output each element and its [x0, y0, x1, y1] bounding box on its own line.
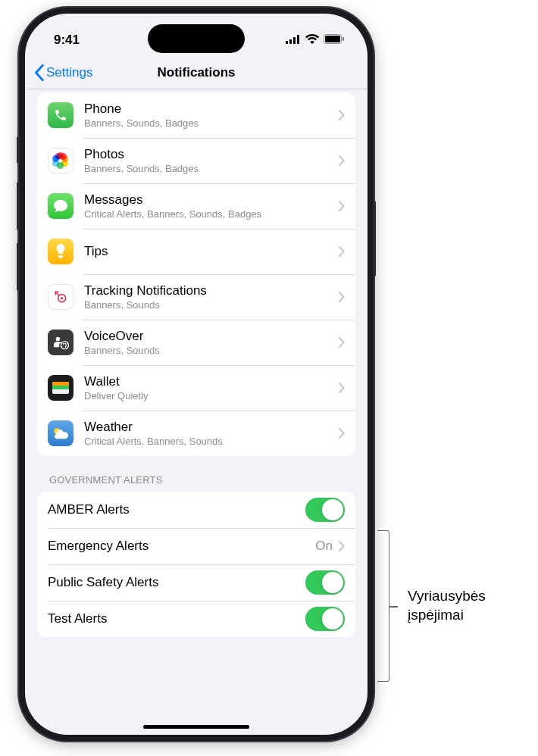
app-title: Wallet	[84, 374, 339, 389]
app-row-wallet[interactable]: WalletDeliver Quietly	[37, 365, 355, 411]
battery-icon	[324, 33, 345, 48]
section-header-government-alerts: Government Alerts	[37, 456, 355, 492]
app-subtitle: Banners, Sounds	[84, 299, 339, 311]
app-subtitle: Critical Alerts, Banners, Sounds, Badges	[84, 208, 339, 220]
app-subtitle: Deliver Quietly	[84, 390, 339, 401]
chevron-right-icon	[339, 337, 345, 348]
app-title: Photos	[84, 147, 339, 162]
volume-down-button[interactable]	[17, 242, 20, 291]
callout-label: Vyriausybės įspėjimai	[408, 587, 486, 624]
svg-rect-1	[289, 39, 292, 44]
chevron-right-icon	[339, 541, 345, 551]
wifi-icon	[305, 33, 319, 48]
toggle-switch[interactable]	[305, 498, 345, 522]
chevron-right-icon	[339, 246, 345, 257]
svg-rect-6	[343, 37, 344, 41]
volume-up-button[interactable]	[17, 182, 20, 230]
voiceover-icon	[48, 330, 74, 355]
app-title: VoiceOver	[84, 329, 339, 344]
wallet-icon	[48, 375, 74, 401]
tips-icon	[48, 239, 74, 264]
power-button[interactable]	[373, 201, 376, 276]
phone-icon	[48, 102, 74, 128]
app-row-tracking-notifications[interactable]: Tracking NotificationsBanners, Sounds	[37, 274, 355, 320]
weather-icon	[48, 420, 74, 446]
row-value: On	[315, 539, 333, 554]
gov-row-test-alerts[interactable]: Test Alerts	[37, 601, 355, 637]
page-title: Notifications	[158, 65, 236, 80]
gov-row-emergency-alerts[interactable]: Emergency AlertsOn	[37, 528, 355, 564]
app-row-weather[interactable]: WeatherCritical Alerts, Banners, Sounds	[37, 411, 355, 456]
svg-rect-2	[293, 37, 296, 44]
svg-rect-3	[297, 35, 299, 44]
status-time: 9:41	[54, 33, 80, 48]
svg-point-13	[61, 342, 68, 349]
dynamic-island	[148, 24, 245, 53]
chevron-right-icon	[339, 155, 345, 166]
svg-rect-0	[286, 41, 288, 44]
home-indicator[interactable]	[143, 725, 249, 729]
app-subtitle: Critical Alerts, Banners, Sounds	[84, 436, 339, 447]
screen: 9:41 Settings Notifications PhoneB	[25, 14, 368, 735]
back-label: Settings	[46, 65, 92, 80]
row-label: Test Alerts	[48, 611, 305, 626]
messages-icon	[48, 193, 74, 219]
chevron-right-icon	[339, 383, 345, 393]
app-subtitle: Banners, Sounds, Badges	[84, 163, 339, 174]
row-label: AMBER Alerts	[48, 502, 305, 517]
nav-bar: Settings Notifications	[25, 56, 368, 89]
svg-point-14	[63, 343, 64, 345]
chevron-right-icon	[339, 292, 345, 302]
phone-frame: 9:41 Settings Notifications PhoneB	[19, 8, 374, 741]
app-subtitle: Banners, Sounds, Badges	[84, 117, 339, 129]
back-button[interactable]: Settings	[34, 64, 92, 81]
app-title: Messages	[84, 192, 339, 208]
app-title: Weather	[84, 420, 339, 435]
row-label: Public Safety Alerts	[48, 575, 305, 590]
tracking-icon	[48, 284, 74, 310]
svg-point-8	[61, 297, 63, 299]
chevron-right-icon	[339, 110, 345, 120]
app-subtitle: Banners, Sounds	[84, 345, 339, 356]
svg-point-12	[56, 337, 60, 341]
app-title: Tips	[84, 244, 339, 259]
app-row-tips[interactable]: Tips	[37, 229, 355, 274]
gov-row-amber-alerts[interactable]: AMBER Alerts	[37, 492, 355, 528]
chevron-right-icon	[339, 428, 345, 439]
gov-row-public-safety-alerts[interactable]: Public Safety Alerts	[37, 564, 355, 601]
app-row-photos[interactable]: PhotosBanners, Sounds, Badges	[37, 138, 355, 183]
app-row-messages[interactable]: MessagesCritical Alerts, Banners, Sounds…	[37, 183, 355, 229]
annotation-callout: Vyriausybės įspėjimai	[377, 530, 486, 682]
app-title: Tracking Notifications	[84, 283, 339, 298]
svg-rect-5	[325, 36, 340, 42]
mute-switch[interactable]	[17, 136, 20, 164]
content[interactable]: PhoneBanners, Sounds, BadgesPhotosBanner…	[25, 89, 368, 735]
toggle-switch[interactable]	[305, 607, 345, 631]
photos-icon	[48, 148, 74, 173]
app-row-voiceover[interactable]: VoiceOverBanners, Sounds	[37, 320, 355, 365]
cellular-icon	[286, 33, 301, 48]
row-label: Emergency Alerts	[48, 539, 315, 554]
toggle-switch[interactable]	[305, 570, 345, 595]
app-notification-list: PhoneBanners, Sounds, BadgesPhotosBanner…	[37, 92, 355, 456]
government-alerts-list: AMBER AlertsEmergency AlertsOnPublic Saf…	[37, 492, 355, 637]
app-title: Phone	[84, 102, 339, 117]
chevron-right-icon	[339, 201, 345, 211]
app-row-phone[interactable]: PhoneBanners, Sounds, Badges	[37, 92, 355, 138]
